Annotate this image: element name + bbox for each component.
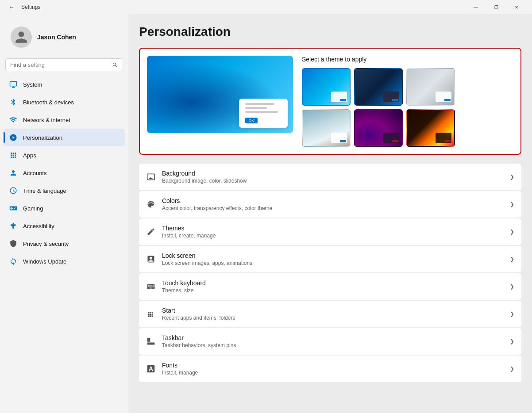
sidebar-item-bluetooth[interactable]: Bluetooth & devices — [4, 93, 125, 111]
fonts-text: Fonts Install, manage — [162, 362, 504, 376]
accounts-icon — [9, 168, 18, 177]
start-desc: Recent apps and items, folders — [162, 315, 504, 321]
network-icon — [9, 115, 18, 124]
sidebar-item-gaming[interactable]: Gaming — [4, 199, 125, 217]
lock-screen-title: Lock screen — [162, 252, 504, 259]
start-text: Start Recent apps and items, folders — [162, 307, 504, 321]
search-box[interactable] — [5, 58, 123, 71]
fonts-title: Fonts — [162, 362, 504, 369]
theme-thumb-purple[interactable] — [354, 109, 403, 147]
sidebar-item-label-system: System — [23, 81, 42, 88]
theme-selector-title: Select a theme to apply — [302, 56, 513, 63]
taskbar-icon — [146, 337, 156, 346]
window-controls: — ❐ ✕ — [466, 0, 527, 14]
nav-section: System Bluetooth & devices Network & int… — [0, 75, 128, 271]
apps-icon — [9, 151, 18, 160]
start-title: Start — [162, 307, 504, 314]
sidebar-item-label-time: Time & language — [23, 187, 66, 194]
sidebar-item-apps[interactable]: Apps — [4, 146, 125, 164]
back-button[interactable]: ← — [5, 1, 18, 13]
person-icon — [14, 30, 28, 44]
settings-item-fonts[interactable]: Fonts Install, manage ❯ — [139, 356, 521, 382]
colors-desc: Accent color, transparency effects, colo… — [162, 205, 504, 211]
settings-item-lock-screen[interactable]: Lock screen Lock screen images, apps, an… — [139, 246, 521, 272]
svg-rect-0 — [10, 81, 17, 86]
svg-point-1 — [13, 223, 14, 224]
search-container — [0, 57, 128, 75]
colors-chevron: ❯ — [510, 201, 514, 207]
taskbar-chevron: ❯ — [510, 338, 514, 344]
theme-thumb-lake[interactable] — [302, 109, 351, 147]
sidebar-item-system[interactable]: System — [4, 76, 125, 93]
fonts-chevron: ❯ — [510, 366, 514, 372]
settings-item-start[interactable]: Start Recent apps and items, folders ❯ — [139, 301, 521, 327]
start-chevron: ❯ — [510, 311, 514, 317]
dialog-btn-preview: OK — [245, 118, 258, 123]
settings-item-colors[interactable]: Colors Accent color, transparency effect… — [139, 191, 521, 218]
background-desc: Background image, color, slideshow — [162, 178, 504, 184]
gaming-icon — [9, 204, 18, 213]
themes-title: Themes — [162, 225, 504, 232]
colors-text: Colors Accent color, transparency effect… — [162, 197, 504, 211]
sidebar-item-personalization[interactable]: Personalization — [4, 129, 125, 146]
theme-thumb-light[interactable] — [302, 68, 351, 106]
background-title: Background — [162, 170, 504, 177]
theme-selector: OK Select a theme to apply — [139, 48, 521, 155]
settings-item-background[interactable]: Background Background image, color, slid… — [139, 164, 521, 190]
themes-chevron: ❯ — [510, 229, 514, 235]
user-profile[interactable]: Jason Cohen — [4, 21, 125, 53]
touch-keyboard-desc: Themes, size — [162, 287, 504, 294]
bluetooth-icon — [9, 98, 18, 107]
taskbar-title: Taskbar — [162, 334, 504, 341]
avatar — [11, 27, 32, 48]
sidebar-item-time[interactable]: Time & language — [4, 182, 125, 199]
lock-screen-chevron: ❯ — [510, 256, 514, 262]
titlebar: ← Settings — ❐ ✕ — [0, 0, 532, 14]
theme-thumb-dark[interactable]: Windows (dark), 1 images — [354, 68, 403, 106]
background-chevron: ❯ — [510, 174, 514, 180]
settings-item-taskbar[interactable]: Taskbar Taskbar behaviors, system pins ❯ — [139, 328, 521, 355]
sidebar-item-label-apps: Apps — [23, 152, 36, 159]
wallpaper-preview: OK — [147, 56, 293, 133]
maximize-button[interactable]: ❐ — [486, 0, 506, 14]
sidebar-item-accessibility[interactable]: Accessibility — [4, 217, 125, 235]
background-icon — [146, 172, 156, 182]
colors-icon — [146, 199, 156, 209]
sidebar-item-privacy[interactable]: Privacy & security — [4, 235, 125, 252]
theme-grid: Windows (dark), 1 images — [302, 68, 513, 147]
touch-keyboard-chevron: ❯ — [510, 283, 514, 290]
settings-list: Background Background image, color, slid… — [139, 164, 521, 382]
sidebar-item-windows-update[interactable]: Windows Update — [4, 252, 125, 270]
settings-item-touch-keyboard[interactable]: Touch keyboard Themes, size ❯ — [139, 273, 521, 300]
close-button[interactable]: ✕ — [506, 0, 527, 14]
app-title: Settings — [21, 4, 462, 10]
update-icon — [9, 257, 18, 266]
sidebar-item-accounts[interactable]: Accounts — [4, 164, 125, 182]
search-icon — [112, 62, 118, 68]
privacy-icon — [9, 239, 18, 248]
personalization-icon — [9, 133, 18, 142]
sidebar-item-network[interactable]: Network & internet — [4, 111, 125, 129]
taskbar-desc: Taskbar behaviors, system pins — [162, 342, 504, 348]
lock-screen-text: Lock screen Lock screen images, apps, an… — [162, 252, 504, 266]
themes-icon — [146, 227, 156, 237]
minimize-button[interactable]: — — [466, 0, 486, 14]
sidebar-item-label-privacy: Privacy & security — [23, 241, 69, 247]
svg-rect-2 — [147, 343, 155, 345]
fonts-desc: Install, manage — [162, 370, 504, 376]
touch-keyboard-title: Touch keyboard — [162, 279, 504, 287]
sidebar-item-label-bluetooth: Bluetooth & devices — [23, 99, 74, 106]
dialog-preview: OK — [239, 99, 288, 128]
settings-item-themes[interactable]: Themes Install, create, manage ❯ — [139, 218, 521, 245]
fonts-icon — [146, 364, 156, 374]
system-icon — [9, 80, 18, 89]
themes-text: Themes Install, create, manage — [162, 225, 504, 239]
sidebar-item-label-network: Network & internet — [23, 117, 70, 123]
theme-thumb-floral[interactable] — [406, 109, 455, 147]
start-icon — [146, 309, 156, 319]
app-body: Jason Cohen System — [0, 14, 532, 413]
sidebar: Jason Cohen System — [0, 14, 128, 413]
user-name: Jason Cohen — [37, 34, 76, 41]
theme-thumb-gray[interactable] — [406, 68, 455, 106]
search-input[interactable] — [10, 61, 108, 68]
